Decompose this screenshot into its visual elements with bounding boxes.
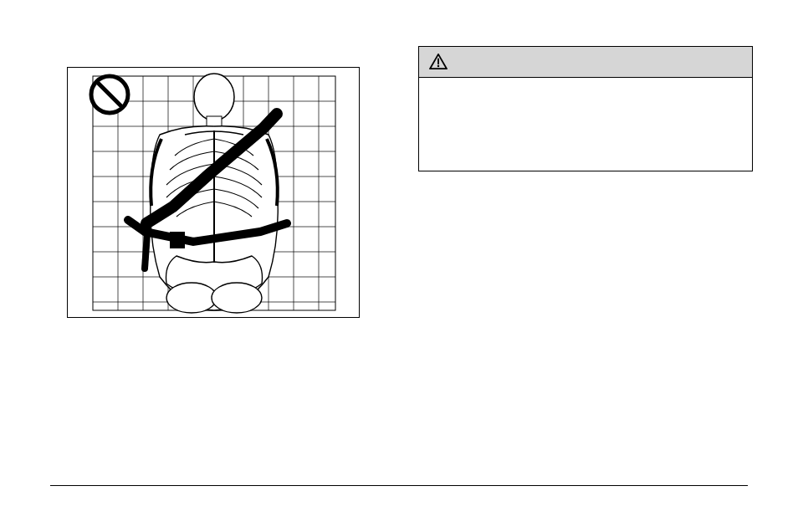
body-text: You can be seriously hurt if your should… xyxy=(67,351,736,477)
svg-point-19 xyxy=(194,74,234,120)
caution-box: CAUTION: You can be seriously injured if… xyxy=(418,46,753,171)
prohibit-icon xyxy=(91,76,128,113)
paragraph-2: The lap‑shoulder belt may lock if you pu… xyxy=(67,399,736,435)
warning-triangle-icon xyxy=(429,54,448,70)
page-number: 1-17 xyxy=(726,496,748,509)
svg-point-22 xyxy=(166,283,217,313)
caution-label: CAUTION: xyxy=(456,54,521,69)
manual-page: CAUTION: You can be seriously injured if… xyxy=(0,0,798,532)
caution-body: You can be seriously injured if your sho… xyxy=(419,78,752,171)
seatbelt-illustration xyxy=(67,67,360,318)
footer-rule xyxy=(50,485,748,486)
skeleton-seatbelt-svg xyxy=(68,68,360,318)
paragraph-1: You can be seriously hurt if your should… xyxy=(67,351,736,387)
caution-header: CAUTION: xyxy=(419,47,752,78)
svg-point-23 xyxy=(212,283,262,313)
paragraph-3: Follow the instructions on the following… xyxy=(67,448,736,466)
svg-point-28 xyxy=(437,65,440,68)
right-column: CAUTION: You can be seriously injured if… xyxy=(418,46,753,171)
svg-rect-24 xyxy=(170,232,185,248)
left-column xyxy=(67,67,368,318)
